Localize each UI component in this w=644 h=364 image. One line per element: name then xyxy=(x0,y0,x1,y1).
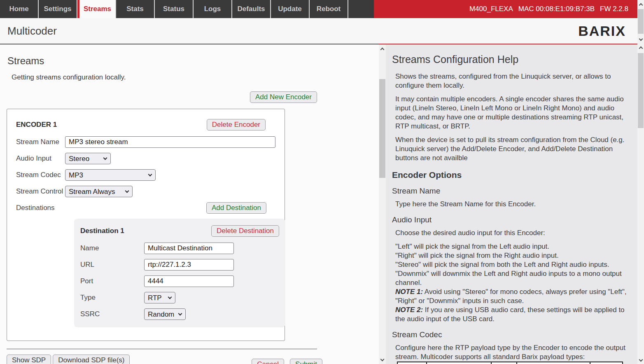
help-panel: Streams Configuration Help Shows the str… xyxy=(379,44,637,364)
footer-divider xyxy=(7,349,317,349)
destination-panel: Destination 1 Delete Destination Name UR… xyxy=(74,219,285,327)
stream-codec-label: Stream Codec xyxy=(16,171,65,179)
help-paragraph: "Left" will pick the signal from the Lef… xyxy=(395,242,632,324)
destination-port-input[interactable] xyxy=(144,275,234,287)
encoder-options-heading: Encoder Options xyxy=(392,170,632,180)
delete-encoder-button[interactable]: Delete Encoder xyxy=(207,119,266,131)
help-sections: Stream NameType here the Stream Name for… xyxy=(391,187,632,362)
scroll-up-button[interactable] xyxy=(637,44,644,51)
tab-update[interactable]: Update xyxy=(271,0,310,18)
payload-table-edge xyxy=(397,362,623,364)
scrollbar-thumb[interactable] xyxy=(379,79,385,178)
tab-label: Settings xyxy=(44,5,71,13)
payload-table-cell xyxy=(397,362,426,364)
tab-label: Logs xyxy=(204,5,221,13)
nav-filler xyxy=(348,0,374,18)
help-paragraph: Shows the streams, configured from the L… xyxy=(395,72,632,90)
tab-label: Status xyxy=(163,5,184,13)
delete-destination-button[interactable]: Delete Destination xyxy=(211,225,279,237)
add-destination-button[interactable]: Add Destination xyxy=(206,202,266,214)
tab-streams[interactable]: Streams xyxy=(77,0,116,18)
destinations-label: Destinations xyxy=(16,204,65,212)
add-new-encoder-button[interactable]: Add New Encoder xyxy=(250,91,317,103)
destination-type-select-wrap: RTP xyxy=(144,292,175,303)
tab-status[interactable]: Status xyxy=(155,0,194,18)
chevron-down-icon xyxy=(639,357,643,362)
scroll-down-button[interactable] xyxy=(637,357,644,364)
tab-label: Update xyxy=(278,5,302,13)
help-section-heading: Audio Input xyxy=(392,215,632,224)
nav-tabs: HomeSettingsStreamsStatsStatusLogsDefaul… xyxy=(0,0,348,18)
destination-name-input[interactable] xyxy=(144,243,234,254)
scrollbar-thumb[interactable] xyxy=(638,9,644,34)
tab-defaults[interactable]: Defaults xyxy=(232,0,271,18)
stream-name-input[interactable] xyxy=(65,136,275,148)
show-sdp-button[interactable]: Show SDP xyxy=(7,355,51,364)
tab-label: Reboot xyxy=(317,5,341,13)
device-name: M400_FLEXA xyxy=(469,5,513,13)
help-paragraph: Type here the Stream Name for this Encod… xyxy=(395,200,632,209)
device-mac: MAC 00:08:E1:09:B7:3B xyxy=(518,5,595,13)
destination-name-label: Name xyxy=(80,244,144,252)
destination-ssrc-label: SSRC xyxy=(80,310,144,318)
destination-port-label: Port xyxy=(80,277,144,285)
scroll-down-button[interactable] xyxy=(637,36,644,43)
audio-input-select[interactable]: Stereo xyxy=(65,153,111,164)
device-firmware: FW 2.2.8 xyxy=(600,5,628,13)
tab-logs[interactable]: Logs xyxy=(194,0,232,18)
top-frame-scrollbar[interactable] xyxy=(637,0,644,43)
scroll-down-button[interactable] xyxy=(379,356,386,363)
stream-codec-select[interactable]: MP3 xyxy=(65,169,156,181)
destination-type-label: Type xyxy=(80,294,144,302)
top-nav-bar: HomeSettingsStreamsStatsStatusLogsDefaul… xyxy=(0,0,637,18)
page-title: Multicoder xyxy=(7,25,57,37)
device-info-banner: M400_FLEXA MAC 00:08:E1:09:B7:3B FW 2.2.… xyxy=(374,0,637,18)
payload-table-cell xyxy=(491,362,516,364)
submit-button[interactable]: Submit xyxy=(290,359,322,364)
tab-settings[interactable]: Settings xyxy=(39,0,77,18)
destination-ssrc-select-wrap: Random xyxy=(144,308,186,320)
main-content: Streams Getting streams configuration lo… xyxy=(0,44,379,364)
tab-label: Streams xyxy=(84,5,111,13)
app-root: HomeSettingsStreamsStatsStatusLogsDefaul… xyxy=(0,0,644,364)
help-section-heading: Stream Codec xyxy=(392,330,632,339)
audio-input-select-wrap: Stereo xyxy=(65,153,111,164)
destination-url-input[interactable] xyxy=(144,259,234,271)
cancel-button[interactable]: Cancel xyxy=(252,359,284,364)
encoder-title: ENCODER 1 xyxy=(16,121,57,129)
stream-control-select-wrap: Stream Always xyxy=(65,186,133,197)
destination-type-select[interactable]: RTP xyxy=(144,292,175,303)
download-sdp-button[interactable]: Download SDP file(s) xyxy=(53,355,130,364)
scroll-up-button[interactable] xyxy=(379,45,386,52)
page-header: Multicoder BARIX xyxy=(0,18,637,44)
audio-input-label: Audio Input xyxy=(16,154,65,163)
destination-title: Destination 1 xyxy=(80,227,124,235)
help-paragraph: Configure here the RTP payload type by t… xyxy=(395,343,632,362)
destination-ssrc-select[interactable]: Random xyxy=(144,308,186,320)
stream-control-select[interactable]: Stream Always xyxy=(65,186,133,197)
help-content: Streams Configuration Help Shows the str… xyxy=(386,44,637,364)
tab-label: Defaults xyxy=(237,5,265,13)
help-intro: Shows the streams, configured from the L… xyxy=(391,72,632,163)
payload-table-cell xyxy=(426,362,491,364)
destination-url-label: URL xyxy=(80,261,144,269)
tab-label: Stats xyxy=(126,5,144,13)
status-text: Getting streams configuration locally. xyxy=(12,73,379,82)
chevron-up-icon xyxy=(380,47,385,51)
main-frame-scrollbar[interactable] xyxy=(637,43,644,364)
help-title: Streams Configuration Help xyxy=(392,54,632,65)
tab-reboot[interactable]: Reboot xyxy=(310,0,348,18)
help-paragraph: It may contain multiple encoders. A sing… xyxy=(395,95,632,131)
stream-name-label: Stream Name xyxy=(16,138,65,146)
stream-control-label: Stream Control xyxy=(16,187,65,196)
tab-home[interactable]: Home xyxy=(0,0,39,18)
chevron-down-icon xyxy=(639,37,643,41)
stream-codec-select-wrap: MP3 xyxy=(65,169,156,181)
help-scrollbar[interactable] xyxy=(379,44,386,364)
help-paragraph: Choose the desired audio input for this … xyxy=(395,229,632,238)
payload-table-cell xyxy=(590,362,623,364)
scrollbar-thumb[interactable] xyxy=(638,53,644,128)
tab-stats[interactable]: Stats xyxy=(116,0,155,18)
help-section-heading: Stream Name xyxy=(392,187,632,196)
scroll-up-button[interactable] xyxy=(637,1,644,8)
